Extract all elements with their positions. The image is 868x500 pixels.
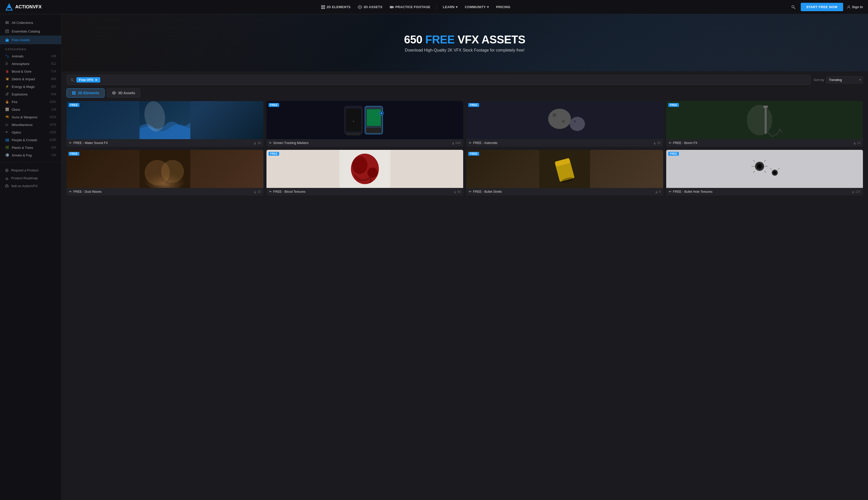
sidebar-cat-optics[interactable]: 👁 Optics 1026 [0, 128, 61, 136]
cat-icon: 🩸 [5, 69, 9, 73]
main-nav: 2D ELEMENTS 3D ASSETS PRACTICE FOOTAGE L… [49, 3, 783, 11]
sidebar-cat-blood---gore[interactable]: 🩸 Blood & Gore 714 [0, 68, 61, 75]
search-button[interactable] [790, 3, 797, 11]
asset-card[interactable]: FREE FREE - Blood Textures 40 [266, 150, 463, 195]
cat-count: 1026 [48, 130, 56, 134]
sidebar-item-free-assets[interactable]: Free Assets [0, 36, 61, 44]
asset-card[interactable]: FREE FREE - Boom FX 13 [666, 101, 863, 147]
filter-search-icon [70, 78, 74, 82]
sort-select[interactable]: Trending Newest Most Downloaded Alphabet… [826, 76, 863, 83]
sidebar-cat-debris---impact[interactable]: 💥 Debris & Impact 869 [0, 75, 61, 83]
svg-point-73 [367, 168, 378, 178]
cat-count: 714 [48, 70, 56, 73]
asset-thumb-wrap: FREE [67, 101, 264, 139]
sidebar-cat-fire[interactable]: 🔥 Fire 1261 [0, 98, 61, 106]
logo[interactable]: ACTIONVFX [5, 3, 42, 11]
cat-icon: 💨 [5, 153, 9, 157]
sidebar-cat-energy---magic[interactable]: ⚡ Energy & Magic 403 [0, 83, 61, 90]
cat-name: Miscellaneous [12, 123, 48, 127]
asset-card[interactable]: FREE FREE - Bullet Hole Textures 137 [666, 150, 863, 195]
sidebar-cat-atmosphere[interactable]: 🌫 Atmosphere 512 [0, 60, 61, 68]
nav-pricing[interactable]: PRICING [493, 3, 513, 10]
asset-title: FREE - Water Sound FX [69, 141, 108, 145]
gift-icon [5, 38, 9, 42]
sidebar-cat-guns---weapons[interactable]: 🔫 Guns & Weapons 1620 [0, 113, 61, 121]
cat-icon: 🔥 [5, 100, 9, 104]
active-filter-tag[interactable]: Free VFX ✕ [77, 77, 100, 82]
sidebar-item-all-collections[interactable]: All Collections [0, 18, 61, 27]
svg-rect-18 [5, 30, 9, 33]
sidebar-sell[interactable]: Sell on ActionVFX [0, 182, 61, 190]
sidebar-cat-smoke---fog[interactable]: 💨 Smoke & Fog 720 [0, 151, 61, 159]
cat-count: 720 [48, 154, 56, 157]
nav-3d-assets[interactable]: 3D ASSETS [355, 3, 385, 11]
free-badge: FREE [668, 152, 679, 156]
asset-info: FREE - Asteroids 20 [466, 139, 663, 147]
2d-tab-icon [72, 91, 76, 95]
cat-icon: 💣 [5, 92, 9, 96]
asset-card[interactable]: FREE Screen Tracking Markers 640 [266, 101, 463, 147]
asset-thumb-wrap: FREE [666, 150, 863, 188]
sidebar-cat-people---crowds[interactable]: 👥 People & Crowds 3185 [0, 136, 61, 144]
sort-label: Sort by [814, 78, 824, 82]
asset-card[interactable]: FREE FREE - Bullet Shells 9 [466, 150, 663, 195]
svg-rect-32 [74, 93, 76, 95]
asset-card[interactable]: FREE FREE - Water Sound FX 34 [67, 101, 264, 147]
cat-icon: 🌫 [5, 62, 9, 66]
nav-community[interactable]: COMMUNITY ▾ [462, 3, 492, 10]
sidebar-cat-plants---trees[interactable]: 🌿 Plants & Trees 436 [0, 144, 61, 151]
sidebar-product-roadmap[interactable]: Product Roadmap [0, 174, 61, 182]
nav-practice-footage[interactable]: PRACTICE FOOTAGE [386, 3, 433, 11]
layers-icon [5, 21, 9, 25]
sidebar-cat-miscellaneous[interactable]: 🗂 Miscellaneous 1076 [0, 121, 61, 128]
svg-rect-47 [367, 109, 381, 126]
svg-rect-17 [5, 21, 9, 22]
sidebar-item-essentials[interactable]: Essentials Catalog [0, 27, 61, 36]
svg-rect-2 [321, 5, 323, 7]
asset-title: FREE - Dust Waves [69, 190, 102, 193]
cat-name: Animals [12, 54, 48, 58]
hero-title: 650 FREE VFX ASSETS [404, 33, 525, 46]
sidebar-request-product[interactable]: Request a Product [0, 166, 61, 174]
3d-tab-icon [112, 91, 116, 95]
sort-wrapper: Trending Newest Most Downloaded Alphabet… [826, 76, 863, 83]
tab-3d-assets[interactable]: 3D Assets [107, 88, 140, 98]
tab-2d-elements[interactable]: 2D Elements [67, 88, 105, 98]
asset-downloads: 9 [655, 190, 661, 193]
download-icon [453, 191, 456, 193]
asset-card[interactable]: FREE FREE - Asteroids 20 [466, 101, 663, 147]
asset-title: FREE - Bullet Shells [469, 190, 502, 193]
cat-count: 1620 [48, 115, 56, 119]
free-badge: FREE [268, 152, 279, 156]
cat-name: Optics [12, 130, 48, 134]
asset-title: FREE - Asteroids [469, 141, 497, 145]
asset-thumb [67, 150, 264, 188]
sidebar-cat-explosions[interactable]: 💣 Explosions 543 [0, 90, 61, 98]
asset-downloads: 10 [254, 190, 261, 193]
start-free-button[interactable]: START FREE NOW [801, 3, 843, 11]
svg-marker-11 [393, 6, 394, 8]
logo-text: ACTIONVFX [15, 4, 42, 10]
nav-learn[interactable]: LEARN ▾ [440, 3, 461, 10]
cat-name: Explosions [12, 92, 48, 96]
asset-thumb [666, 101, 863, 139]
svg-point-83 [758, 165, 761, 168]
cat-icon: 🐾 [5, 54, 9, 58]
sidebar-cat-animals[interactable]: 🐾 Animals 136 [0, 52, 61, 60]
cat-icon: 🗂 [5, 123, 9, 127]
asset-thumb [266, 150, 463, 188]
asset-downloads: 34 [254, 141, 261, 145]
nav-2d-elements[interactable]: 2D ELEMENTS [318, 3, 354, 11]
cat-name: Glass [12, 108, 48, 112]
waveform-icon [69, 141, 72, 145]
asset-info: FREE - Blood Textures 40 [266, 188, 463, 195]
hero-subtitle: Download High-Quality 2K VFX Stock Foota… [405, 48, 524, 53]
sidebar-extras: Request a Product Product Roadmap Sell o… [0, 162, 61, 190]
sign-in-button[interactable]: Sign In [847, 5, 863, 9]
sidebar-cat-glass[interactable]: 🪟 Glass 129 [0, 106, 61, 113]
cat-name: Plants & Trees [12, 146, 48, 150]
asset-card[interactable]: FREE FREE - Dust Waves 10 [67, 150, 264, 195]
remove-filter-tag[interactable]: ✕ [95, 78, 98, 82]
svg-point-68 [161, 160, 184, 183]
svg-rect-80 [739, 150, 790, 188]
